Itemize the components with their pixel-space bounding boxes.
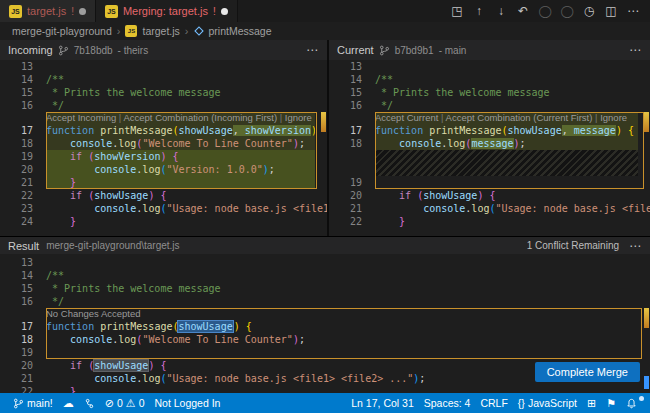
codelens-action-link[interactable]: Accept Combination (Incoming First) [123, 112, 277, 123]
branch-ref: - main [439, 45, 467, 56]
codelens-action-link[interactable]: Accept Incoming [46, 112, 116, 123]
code-token: showVersion [245, 125, 311, 136]
line-number: 19 [329, 176, 375, 189]
code-line: 20 console.log("Version: 1.0.0"); [0, 163, 327, 176]
more-actions-icon[interactable]: ⋯ [629, 239, 642, 253]
more-actions-icon[interactable]: ⋯ [306, 43, 319, 57]
git-branch-icon [379, 45, 390, 56]
code-token: showUsage [94, 190, 148, 201]
code-token: showUsage [178, 125, 232, 136]
git-branch-status[interactable]: main! [8, 397, 58, 409]
feedback-flag-icon[interactable]: ⚑ [601, 397, 621, 410]
previous-conflict-icon[interactable]: ↑ [470, 2, 488, 20]
line-number [329, 112, 375, 124]
codelens-action-link[interactable]: Ignore [285, 112, 312, 123]
code-token: } [70, 386, 76, 393]
breadcrumb-symbol[interactable]: printMessage [209, 25, 272, 37]
eol-status[interactable]: CRLF [475, 397, 512, 409]
code-token [46, 151, 70, 162]
code-token: printMessage [100, 125, 172, 136]
code-token: } [70, 216, 76, 227]
code-token: if [70, 360, 82, 371]
code-token: { [160, 360, 166, 371]
tab-label: Merging: target.js [123, 5, 208, 17]
line-number [0, 308, 46, 320]
line-number: 22 [0, 189, 46, 202]
account-status[interactable]: Not Logged In [149, 397, 225, 409]
braces-icon: {} [518, 397, 525, 409]
code-token: * Prints the welcome message [46, 87, 221, 98]
code-token [375, 203, 423, 214]
code-line: 13 [0, 256, 650, 269]
code-token: console [399, 138, 441, 149]
code-line: 19 [329, 176, 650, 189]
code-line: 22 } [329, 215, 650, 228]
incoming-pane-header: Incoming 7b18bdb - theirs ⋯ [0, 40, 327, 60]
breadcrumb-file[interactable]: target.js [142, 25, 179, 37]
more-actions-icon[interactable]: ⋯ [624, 2, 642, 20]
problems-status[interactable]: ⊘ 0 ⚠ 0 [100, 397, 150, 410]
modified-dot-icon[interactable] [79, 8, 86, 15]
current-pane-header: Current b7bd9b1 - main ⋯ [329, 40, 650, 60]
code-line: 15 * Prints the welcome message [0, 86, 327, 99]
code-token: ; [419, 373, 425, 384]
error-icon: ⊘ [105, 397, 114, 410]
overview-ruler-conflict-marker [644, 112, 649, 132]
breadcrumb: merge-git-playground › JS target.js › pr… [0, 22, 650, 40]
code-line: 17function printMessage(showUsage, showV… [0, 124, 327, 137]
accept-incoming-toggle-icon[interactable]: ◯ [536, 2, 554, 20]
history-icon[interactable]: ◷ [580, 2, 598, 20]
code-token: console [94, 164, 136, 175]
tab-label: target.js [27, 5, 66, 17]
line-number: 15 [0, 282, 46, 295]
code-token: showUsage [94, 360, 148, 371]
pane-title: Current [337, 44, 374, 56]
line-number: 22 [329, 215, 375, 228]
line-number: 18 [0, 137, 46, 150]
tab-merging-target-js[interactable]: JS Merging: target.js ! [96, 0, 238, 22]
split-editor-icon[interactable]: ◫ [602, 2, 620, 20]
line-number [329, 150, 375, 176]
commit-hash: b7bd9b1 [395, 45, 434, 56]
line-number: 21 [0, 176, 46, 189]
code-token: if [70, 190, 82, 201]
result-pane-header: Result merge-git-playground\target.js 1 … [0, 236, 650, 254]
codelens-action-link[interactable]: Ignore [600, 112, 627, 123]
code-token: */ [46, 296, 64, 307]
code-token [239, 125, 245, 136]
code-token: ) [311, 125, 315, 136]
code-token: "Usage: node base.js <file1> <file2> ...… [166, 373, 413, 384]
codelens-action-link[interactable]: Accept Current [375, 112, 438, 123]
code-line: 21 } [0, 176, 327, 189]
sync-changes-icon[interactable]: ☁ [58, 397, 79, 410]
next-conflict-icon[interactable]: ↓ [492, 2, 510, 20]
line-number: 20 [0, 163, 46, 176]
language-mode-status[interactable]: {} JavaScript [513, 397, 582, 409]
line-number [0, 112, 46, 124]
indentation-status[interactable]: Spaces: 4 [419, 397, 476, 409]
modified-dot-icon[interactable] [221, 8, 228, 15]
code-line: 17function printMessage(showUsage, messa… [329, 124, 650, 137]
code-token: message [471, 138, 513, 149]
open-file-icon[interactable]: ◳ [448, 2, 466, 20]
line-number: 21 [0, 372, 46, 385]
code-line: 18 console.log(message); [329, 137, 650, 150]
more-actions-icon[interactable]: ⋯ [629, 43, 642, 57]
codelens-line: Accept Incoming | Accept Combination (In… [0, 112, 327, 124]
codelens-action-link[interactable]: Accept Combination (Current First) [446, 112, 593, 123]
cursor-position-status[interactable]: Ln 17, Col 31 [346, 397, 418, 409]
tab-target-js[interactable]: JS target.js ! [0, 0, 96, 22]
code-token: log [118, 138, 136, 149]
notifications-bell-icon[interactable] [621, 398, 642, 409]
accept-current-toggle-icon[interactable]: ◯ [558, 2, 576, 20]
undo-icon[interactable]: ↶ [514, 2, 532, 20]
source-control-graph-icon[interactable] [79, 398, 100, 409]
code-token: showVersion [94, 151, 160, 162]
grid-icon[interactable]: ⊞ [582, 397, 601, 410]
code-token [46, 203, 94, 214]
breadcrumb-folder[interactable]: merge-git-playground [12, 25, 112, 37]
complete-merge-button[interactable]: Complete Merge [535, 362, 640, 382]
deleted-lines-hatch [329, 150, 650, 176]
line-number: 18 [329, 137, 375, 150]
pane-title: Incoming [8, 44, 53, 56]
